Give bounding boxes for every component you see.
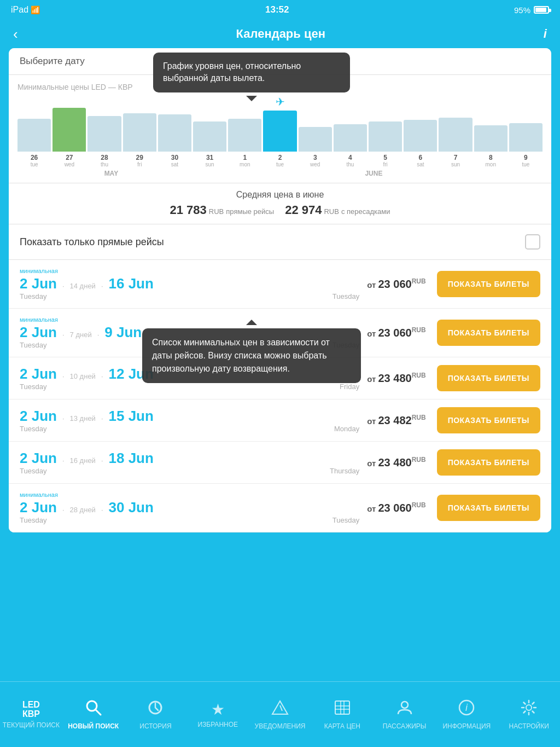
flight-price: от 23 480RUB	[367, 372, 425, 385]
flight-from-weekday: Tuesday	[20, 467, 46, 475]
chart-date-6: 6sat	[404, 154, 437, 167]
tab-item-settings[interactable]: НАСТРОЙКИ	[498, 686, 560, 743]
flight-from-weekday: Tuesday	[20, 341, 46, 349]
toggle-row[interactable]: Показать только прямые рейсы	[9, 224, 551, 260]
flight-days: 13 дней	[70, 414, 96, 422]
flight-label: минимальная	[20, 491, 361, 498]
avg-price-section: Средняя цена в июне 21 783 RUB прямые ре…	[9, 183, 551, 224]
tab-icon-notifications	[271, 699, 289, 720]
flight-price: от 23 060RUB	[367, 277, 425, 291]
tab-icon-history	[147, 699, 164, 720]
toggle-checkbox[interactable]	[525, 234, 540, 250]
svg-marker-3	[272, 701, 288, 714]
flight-days: 14 дней	[70, 282, 96, 290]
tab-item-history[interactable]: ИСТОРИЯ	[125, 686, 187, 743]
back-button[interactable]: ‹	[13, 26, 18, 43]
flight-price: от 23 060RUB	[367, 501, 425, 514]
chart-date-8: 8mon	[474, 154, 508, 167]
chart-date-3: 3wed	[299, 154, 332, 167]
passengers-icon	[396, 699, 413, 716]
flight-to-date: 18 Jun	[109, 450, 154, 467]
chart-bar-6[interactable]	[404, 120, 437, 152]
flight-from-weekday: Tuesday	[20, 383, 46, 391]
chart-date-29: 29fri	[123, 154, 156, 167]
flight-from-date: 2 Jun	[20, 408, 57, 425]
chart-date-7: 7sun	[439, 154, 472, 167]
chart-bar-9[interactable]	[509, 123, 542, 152]
chart-bar-8[interactable]	[474, 125, 508, 152]
tab-icon-info: i	[458, 699, 475, 720]
tab-label: УВЕДОМЛЕНИЯ	[255, 722, 306, 730]
tab-logo: LEDКВP	[22, 700, 40, 719]
tab-item-favorites[interactable]: ★ ИЗБРАННОЕ	[186, 686, 249, 743]
info-button[interactable]: i	[544, 27, 547, 41]
flight-from-weekday: Tuesday	[20, 292, 46, 300]
chart-date-26: 26tue	[18, 154, 51, 167]
tooltip-chart: График уровня цен, относительно выбранно…	[153, 53, 350, 92]
svg-line-4	[280, 705, 282, 711]
chart-bar-30[interactable]	[158, 114, 191, 152]
tab-item-price-map[interactable]: КАРТА ЦЕН	[311, 686, 374, 743]
show-tickets-button[interactable]: ПОКАЗАТЬ БИЛЕТЫ	[437, 365, 540, 391]
tab-label: НАСТРОЙКИ	[509, 722, 549, 730]
chart-bar-31[interactable]	[193, 121, 226, 152]
show-tickets-button[interactable]: ПОКАЗАТЬ БИЛЕТЫ	[437, 449, 540, 476]
flight-price: от 23 482RUB	[367, 414, 425, 427]
battery-status: 95%	[514, 5, 549, 15]
history-icon	[147, 699, 164, 716]
svg-point-10	[401, 702, 408, 708]
tab-icon-new-search	[85, 699, 102, 720]
chart-bar-1[interactable]	[228, 119, 261, 152]
chart-bar-2[interactable]: ✈	[263, 111, 296, 152]
indirect-price: 22 974 RUB с пересадками	[285, 203, 390, 217]
svg-rect-5	[335, 701, 349, 714]
tab-icon-favorites: ★	[211, 700, 225, 719]
chart-bar-3[interactable]	[299, 127, 332, 152]
tab-item-new-search[interactable]: НОВЫЙ ПОИСК	[62, 686, 125, 743]
tab-item-info[interactable]: i ИНФОРМАЦИЯ	[435, 686, 498, 743]
chart-bar-5[interactable]	[369, 121, 402, 152]
chart-date-4: 4thu	[334, 154, 367, 167]
svg-text:i: i	[465, 702, 468, 713]
chart-bar-28[interactable]	[88, 116, 121, 152]
month-june: JUNE	[205, 170, 542, 177]
flight-to-date: 9 Jun	[104, 324, 142, 341]
show-tickets-button[interactable]: ПОКАЗАТЬ БИЛЕТЫ	[437, 320, 540, 346]
tab-label: ИЗБРАННОЕ	[197, 721, 238, 728]
tab-label: ИСТОРИЯ	[139, 722, 171, 730]
toggle-label: Показать только прямые рейсы	[20, 236, 164, 248]
flight-price: от 23 060RUB	[367, 326, 425, 339]
flight-row: 2 Jun · 16 дней · 18 Jun Tuesday Thursda…	[9, 442, 551, 484]
chart-date-1: 1mon	[228, 154, 261, 167]
chart-bar-29[interactable]	[123, 113, 156, 152]
flight-days: 7 дней	[70, 331, 92, 339]
tab-label: КАРТА ЦЕН	[324, 722, 360, 730]
chart-bar-26[interactable]	[18, 119, 51, 152]
main-card: Выберите дату Минимальные цены LED — КВP…	[9, 48, 551, 532]
tab-item-passengers[interactable]: ПАССАЖИРЫ	[374, 686, 436, 743]
flight-days: 10 дней	[70, 372, 96, 380]
tab-label: ТЕКУЩИЙ ПОИСК	[3, 721, 60, 729]
price-map-icon	[334, 699, 351, 716]
info-icon: i	[458, 699, 475, 716]
tab-item-current[interactable]: LEDКВP ТЕКУЩИЙ ПОИСК	[0, 686, 62, 743]
chart-date-31: 31sun	[193, 154, 226, 167]
tab-bar: LEDКВP ТЕКУЩИЙ ПОИСК НОВЫЙ ПОИСК ИСТОРИЯ…	[0, 681, 560, 747]
flight-from-date: 2 Jun	[20, 366, 57, 383]
chart-bar-4[interactable]	[334, 124, 367, 152]
chart-bar-27[interactable]	[52, 108, 86, 152]
show-tickets-button[interactable]: ПОКАЗАТЬ БИЛЕТЫ	[437, 271, 540, 297]
avg-price-values: 21 783 RUB прямые рейсы 22 974 RUB с пер…	[20, 203, 540, 217]
show-tickets-button[interactable]: ПОКАЗАТЬ БИЛЕТЫ	[437, 407, 540, 433]
show-tickets-button[interactable]: ПОКАЗАТЬ БИЛЕТЫ	[437, 495, 540, 521]
carrier-wifi: iPad 📶	[11, 5, 40, 15]
tab-item-notifications[interactable]: УВЕДОМЛЕНИЯ	[249, 686, 311, 743]
chart-date-5: 5fri	[369, 154, 402, 167]
status-bar: iPad 📶 13:52 95%	[0, 0, 560, 20]
flight-from-date: 2 Jun	[20, 450, 57, 467]
flight-row: минимальная 2 Jun · 28 дней · 30 Jun Tue…	[9, 484, 551, 532]
chart-bar-7[interactable]	[439, 118, 472, 152]
page-title: Календарь цен	[236, 27, 325, 41]
flight-label: минимальная	[20, 268, 361, 274]
chart-date-27: 27wed	[52, 154, 86, 167]
